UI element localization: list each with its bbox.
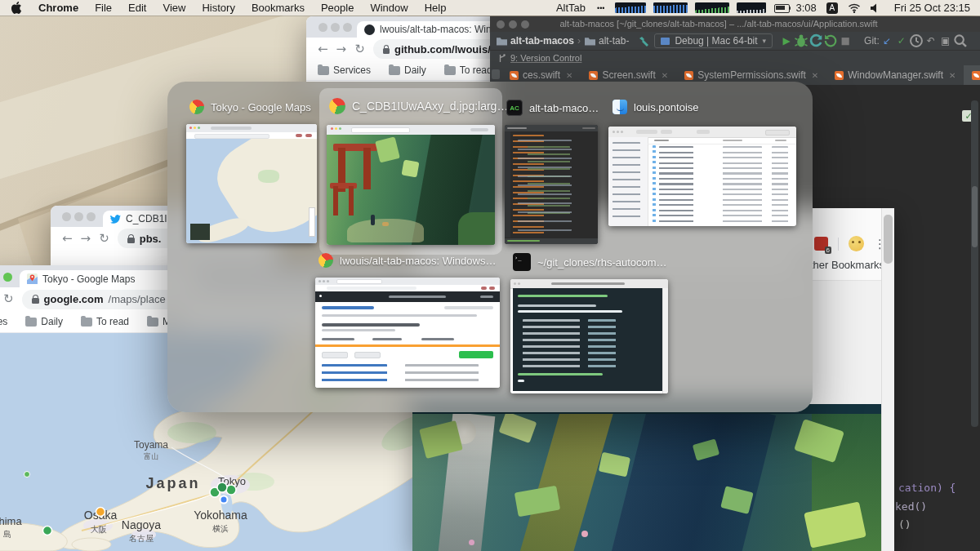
menu-app-name[interactable]: Chrome [30, 2, 87, 14]
git-commit-icon[interactable]: ✓ [894, 33, 909, 48]
bookmark-folder[interactable]: To read [444, 64, 492, 76]
tool-window-icon[interactable]: ▣ [938, 33, 953, 48]
git-update-icon[interactable]: ↙ [880, 33, 894, 48]
run-config-select[interactable]: Debug | Mac 64-bit▾ [654, 33, 773, 48]
tab-scroll-icon[interactable] [492, 69, 500, 79]
switcher-item-title-selected[interactable]: C_CDB1IUwAAxy_d.jpg:larg… [329, 98, 508, 114]
map-pin-blue[interactable] [220, 496, 228, 504]
close-tab-icon[interactable]: ✕ [812, 71, 818, 80]
forward-icon[interactable]: → [336, 43, 347, 56]
profile-icon[interactable] [808, 33, 823, 48]
map-label-yokohama-jp: 横浜 [212, 524, 229, 533]
editor-scrollbar[interactable] [971, 100, 978, 427]
switcher-thumbnail-github[interactable] [315, 278, 500, 388]
editor-tab[interactable]: WindowManager.swift✕ [826, 65, 964, 85]
minimize-button[interactable] [331, 23, 340, 32]
history-clock-icon[interactable] [909, 33, 924, 48]
editor-tab-active[interactable]: Application.swift [964, 65, 980, 85]
status-time[interactable]: 3:08 [791, 2, 821, 14]
disk-graph-widget[interactable] [737, 2, 766, 13]
map-label-toyama: Toyama [134, 439, 168, 451]
map-pin-green[interactable] [226, 485, 236, 495]
avatar-icon[interactable] [849, 236, 864, 251]
close-button[interactable] [497, 20, 505, 29]
bookmark-folder[interactable]: Daily [389, 64, 426, 76]
close-tab-icon[interactable]: ✕ [662, 71, 668, 80]
memory-graph-widget[interactable] [653, 2, 688, 13]
map-pin-green[interactable] [43, 527, 52, 535]
zoom-button[interactable] [3, 273, 12, 282]
cpu-graph-widget[interactable] [615, 2, 646, 13]
status-alttab[interactable]: AltTab [548, 2, 594, 14]
apple-menu[interactable] [0, 2, 30, 14]
bookmark-folder[interactable]: To read [81, 316, 129, 327]
close-tab-icon[interactable]: ✕ [566, 71, 572, 80]
switcher-thumbnail-terminal[interactable] [510, 279, 668, 393]
back-icon[interactable]: ← [318, 43, 328, 56]
reload-icon[interactable]: ↻ [99, 233, 109, 245]
stop-icon[interactable]: ■ [838, 33, 853, 48]
extension-icon-red[interactable]: 6 [814, 237, 828, 251]
volume-icon[interactable] [871, 3, 881, 13]
zoom-button[interactable] [87, 212, 96, 221]
switcher-item-title[interactable]: Tokyo - Google Maps [189, 100, 311, 114]
menu-item-people[interactable]: People [313, 2, 362, 14]
menu-item-history[interactable]: History [194, 2, 243, 14]
page-scrollbar[interactable] [881, 208, 894, 551]
other-bookmarks[interactable]: Other Bookmarks [802, 259, 884, 271]
zoom-button[interactable] [343, 23, 352, 32]
twitter-icon [110, 215, 121, 224]
menu-item-view[interactable]: View [154, 2, 194, 14]
switcher-thumbnail-finder[interactable] [608, 127, 796, 226]
switcher-item-title[interactable]: lwouis/alt-tab-macos: Windows… [318, 253, 496, 268]
menu-item-help[interactable]: Help [416, 2, 455, 14]
back-icon[interactable]: ← [62, 233, 73, 245]
status-clock[interactable]: Fri 25 Oct 23:15 [886, 2, 972, 14]
switcher-thumbnail-appcode[interactable] [505, 125, 598, 244]
image-tree-trunk [608, 414, 776, 551]
reload-icon[interactable]: ↻ [3, 293, 14, 305]
network-graph-widget[interactable] [695, 2, 729, 13]
bookmark-folder[interactable]: vices [0, 316, 7, 327]
close-button[interactable] [62, 212, 71, 221]
undo-icon[interactable]: ↶ [924, 33, 938, 48]
lock-icon [32, 295, 39, 304]
close-tab-icon[interactable]: ✕ [949, 71, 956, 80]
ide-breadcrumb-project[interactable]: alt-tab-macos [510, 35, 574, 47]
scrollbar-thumb[interactable] [972, 186, 978, 247]
run-icon[interactable]: ▶ [779, 33, 794, 48]
battery-icon[interactable] [774, 4, 791, 12]
build-hammer-icon[interactable] [639, 36, 649, 47]
browser-tab[interactable]: lwouis/alt-tab-macos: Wind [357, 21, 506, 38]
debug-icon[interactable] [794, 33, 808, 48]
reload-icon[interactable]: ↻ [354, 43, 365, 56]
menu-item-edit[interactable]: Edit [120, 2, 154, 14]
switcher-thumbnail-maps[interactable] [186, 124, 317, 243]
zoom-button[interactable] [521, 20, 529, 29]
close-button[interactable] [318, 23, 327, 32]
menu-item-bookmarks[interactable]: Bookmarks [243, 2, 313, 14]
ide-breadcrumb-module[interactable]: alt-tab- [599, 35, 629, 47]
search-icon[interactable] [953, 33, 968, 48]
map-pin-green[interactable] [217, 482, 227, 492]
scrollbar-thumb[interactable] [884, 215, 893, 264]
switcher-thumbnail-image-selected[interactable] [327, 125, 495, 245]
status-more-icon[interactable]: ••• [594, 4, 608, 12]
minimize-button[interactable] [74, 212, 83, 221]
input-source-icon[interactable]: A [826, 2, 838, 14]
wifi-icon[interactable] [848, 3, 861, 13]
minimize-button[interactable] [509, 20, 517, 29]
menu-item-window[interactable]: Window [362, 2, 416, 14]
address-bar[interactable]: github.com/lwouis/a [373, 39, 506, 59]
version-control-tab[interactable]: 9: Version Control [510, 53, 581, 63]
switcher-item-title[interactable]: ›_ ~/git_clones/rhs-autocom… [513, 253, 667, 271]
folder-icon [81, 318, 92, 327]
bookmark-folder[interactable]: Services [318, 64, 371, 76]
run-with-coverage-icon[interactable] [823, 33, 838, 48]
menu-item-file[interactable]: File [87, 2, 120, 14]
map-pin-orange[interactable] [96, 508, 105, 517]
bookmark-folder[interactable]: Daily [25, 316, 63, 327]
switcher-item-title[interactable]: AC alt-tab-maco… [506, 100, 599, 116]
forward-icon[interactable]: → [81, 233, 91, 245]
switcher-item-title[interactable]: louis.pontoise [612, 100, 699, 114]
